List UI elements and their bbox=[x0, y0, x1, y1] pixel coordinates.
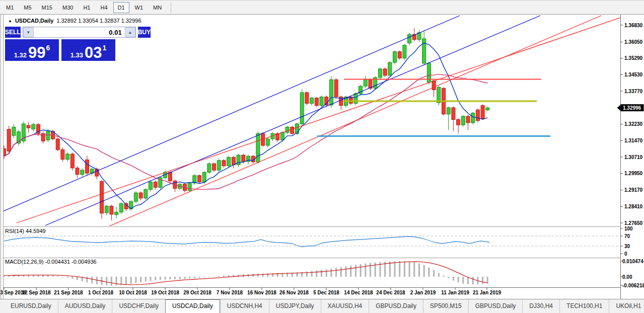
timeframe-button-M1[interactable]: M1 bbox=[2, 2, 18, 13]
buy-price-prefix: 1.33 bbox=[70, 52, 83, 59]
macd-histogram-bar bbox=[179, 277, 181, 279]
candle-body bbox=[41, 133, 45, 141]
candle-body bbox=[383, 69, 387, 75]
macd-histogram-bar bbox=[116, 277, 117, 285]
price-axis-label: 1.32230 bbox=[624, 121, 643, 127]
trend-line[interactable] bbox=[107, 16, 601, 227]
candle-body bbox=[334, 80, 338, 97]
lot-size-input[interactable] bbox=[34, 27, 125, 37]
candle bbox=[247, 154, 250, 165]
symbol-tab-GBPUSD[interactable]: GBPUSD,Daily bbox=[468, 299, 523, 313]
date-axis-label[interactable]: 11 Jan 2019 bbox=[441, 290, 469, 295]
candle-body bbox=[76, 168, 79, 175]
price-axis-label: 1.27650 bbox=[624, 220, 643, 226]
date-axis-label[interactable]: 26 Nov 2018 bbox=[279, 290, 309, 295]
timeframe-button-D1[interactable]: D1 bbox=[113, 2, 129, 13]
timeframe-button-M15[interactable]: M15 bbox=[37, 2, 57, 13]
candle bbox=[149, 181, 153, 192]
candle bbox=[193, 174, 196, 185]
timeframe-button-W1[interactable]: W1 bbox=[130, 2, 148, 13]
symbol-tab-USDCHF[interactable]: USDCHF,Daily bbox=[112, 299, 165, 313]
symbol-tab-SP500[interactable]: SP500,M15 bbox=[423, 299, 468, 313]
candle bbox=[22, 121, 25, 143]
lot-decrease-button[interactable]: ▼ bbox=[23, 27, 34, 37]
symbol-tab-EURUSD[interactable]: EURUSD,Daily bbox=[4, 299, 58, 313]
sell-price-panel[interactable]: 1.32 99 6 bbox=[5, 39, 59, 61]
candle bbox=[285, 126, 289, 134]
candle bbox=[334, 79, 338, 99]
candle bbox=[232, 156, 235, 169]
lot-increase-button[interactable]: ▲ bbox=[125, 27, 135, 37]
date-axis-label[interactable]: 19 Oct 2018 bbox=[151, 290, 179, 295]
macd-axis-label: -0.006218 bbox=[622, 283, 644, 288]
symbol-tab-GBPUSD[interactable]: GBPUSD,Daily bbox=[369, 299, 423, 313]
collapse-chart-icon[interactable]: ▲ bbox=[8, 19, 12, 23]
candle bbox=[119, 202, 123, 214]
date-axis-label[interactable]: 24 Dec 2018 bbox=[376, 290, 405, 295]
macd-histogram-bar bbox=[91, 277, 93, 283]
date-axis-label[interactable]: 12 Sep 2018 bbox=[22, 290, 51, 295]
candle-body bbox=[27, 125, 30, 128]
candle bbox=[90, 168, 94, 176]
symbol-tab-USDCAD[interactable]: USDCAD,Daily bbox=[165, 299, 220, 313]
sell-button[interactable]: SELL bbox=[5, 27, 21, 38]
candle-body bbox=[329, 80, 333, 105]
candle bbox=[134, 191, 137, 203]
candle-body bbox=[61, 149, 64, 159]
macd-histogram-bar bbox=[472, 277, 474, 284]
candle bbox=[41, 131, 45, 143]
macd-histogram-bar bbox=[433, 270, 435, 277]
date-axis-label[interactable]: 21 Sep 2018 bbox=[54, 290, 83, 295]
price-axis-label: 1.29170 bbox=[624, 187, 643, 193]
timeframe-button-M30[interactable]: M30 bbox=[58, 2, 78, 13]
candle-body bbox=[422, 39, 426, 63]
macd-histogram-bar bbox=[443, 276, 445, 277]
symbol-tab-AUDUSD[interactable]: AUDUSD,Daily bbox=[58, 299, 112, 313]
candle-body bbox=[198, 176, 201, 182]
date-axis-label[interactable]: 14 Dec 2018 bbox=[344, 290, 373, 295]
date-axis-label[interactable]: 5 Dec 2018 bbox=[313, 290, 339, 295]
candle-body bbox=[471, 113, 475, 123]
timeframe-button-H4[interactable]: H4 bbox=[96, 2, 112, 13]
candle bbox=[207, 163, 211, 174]
candle bbox=[66, 152, 69, 162]
buy-button[interactable]: BUY bbox=[138, 27, 151, 38]
date-axis-label[interactable]: 10 Oct 2018 bbox=[119, 290, 147, 295]
macd-histogram-bar bbox=[228, 275, 230, 277]
candle-body bbox=[393, 52, 397, 62]
symbol-tab-DJ30[interactable]: DJ30,H4 bbox=[522, 299, 559, 313]
macd-histogram-bar bbox=[203, 277, 205, 277]
buy-price-panel[interactable]: 1.33 03 1 bbox=[61, 39, 115, 61]
date-axis-label[interactable]: 1 Oct 2018 bbox=[88, 290, 113, 295]
symbol-tab-USDJPY[interactable]: USDJPY,Daily bbox=[269, 299, 321, 313]
candle bbox=[305, 91, 309, 105]
symbol-tab-XAUUSD[interactable]: XAUUSD,H4 bbox=[321, 299, 369, 313]
date-axis-label[interactable]: 2 Jan 2019 bbox=[410, 290, 436, 295]
current-price-tag-value: 1.32996 bbox=[623, 105, 641, 111]
candle bbox=[110, 205, 113, 221]
symbol-tab-UKOil[interactable]: UKOil,H1 bbox=[609, 299, 644, 313]
date-axis-label[interactable]: 16 Nov 2018 bbox=[247, 290, 276, 295]
candle-body bbox=[85, 160, 89, 174]
candle-body bbox=[486, 108, 489, 110]
candle-body bbox=[149, 182, 153, 190]
date-axis-label[interactable]: 7 Nov 2018 bbox=[217, 290, 243, 295]
timeframe-button-H1[interactable]: H1 bbox=[79, 2, 95, 13]
macd-histogram-bar bbox=[257, 274, 259, 277]
macd-histogram-bar bbox=[135, 277, 136, 283]
date-axis-label[interactable]: 21 Jan 2019 bbox=[473, 290, 502, 295]
candle bbox=[329, 76, 333, 108]
sell-price-prefix: 1.32 bbox=[14, 52, 27, 59]
candle bbox=[300, 90, 304, 126]
timeframe-button-M5[interactable]: M5 bbox=[19, 2, 36, 13]
symbol-tab-USDCNH[interactable]: USDCNH,H4 bbox=[220, 299, 269, 313]
macd-histogram-bar bbox=[125, 277, 127, 284]
sell-price-big: 99 bbox=[28, 46, 45, 59]
chart-symbol: USDCAD,Daily bbox=[15, 18, 53, 24]
date-axis-label[interactable]: 29 Oct 2018 bbox=[183, 290, 211, 295]
timeframe-button-MN[interactable]: MN bbox=[149, 2, 166, 13]
rsi-axis-label: 0 bbox=[624, 251, 627, 257]
candle-body bbox=[461, 116, 465, 125]
candle-body bbox=[207, 164, 211, 172]
symbol-tab-TECH100[interactable]: TECH100,H1 bbox=[559, 299, 609, 313]
